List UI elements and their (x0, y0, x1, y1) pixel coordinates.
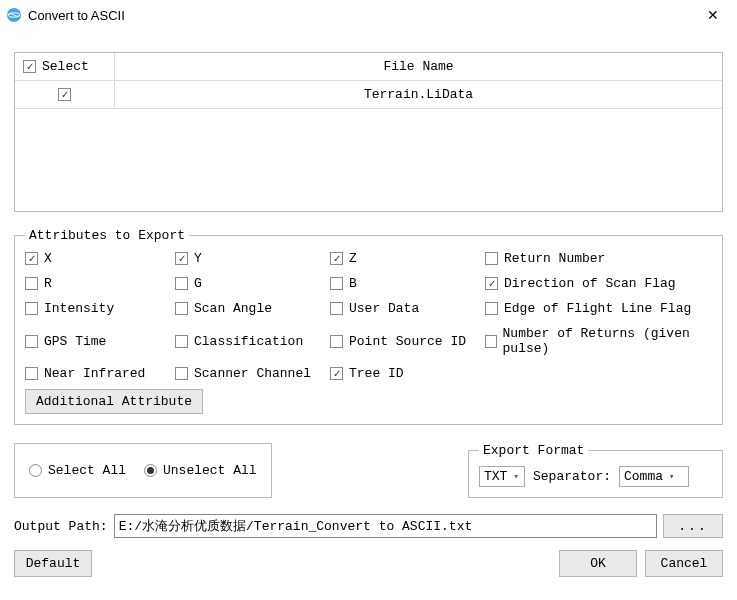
convert-to-ascii-dialog: Convert to ASCII ✕ Select File Name Terr… (0, 0, 737, 600)
attribute-label: Point Source ID (349, 334, 466, 349)
format-combo[interactable]: TXT ▾ (479, 466, 525, 487)
export-format-fieldset: Export Format TXT ▾ Separator: Comma ▾ (468, 443, 723, 498)
attributes-fieldset: Attributes to Export XYZReturn NumberRGB… (14, 228, 723, 425)
attribute-scan-angle[interactable]: Scan Angle (175, 301, 330, 316)
chevron-down-icon: ▾ (669, 471, 674, 482)
checkbox-icon[interactable] (330, 277, 343, 290)
separator-label: Separator: (533, 469, 611, 484)
attribute-label: GPS Time (44, 334, 106, 349)
attribute-point-source-id[interactable]: Point Source ID (330, 326, 485, 356)
attribute-label: Return Number (504, 251, 605, 266)
attribute-b[interactable]: B (330, 276, 485, 291)
attribute-label: Direction of Scan Flag (504, 276, 676, 291)
select-all-label: Select All (48, 463, 126, 478)
header-filename-cell: File Name (115, 59, 722, 74)
attribute-label: G (194, 276, 202, 291)
separator-value: Comma (624, 469, 663, 484)
checkbox-icon[interactable] (330, 302, 343, 315)
attribute-tree-id[interactable]: Tree ID (330, 366, 485, 381)
checkbox-icon[interactable] (485, 335, 497, 348)
checkbox-icon[interactable] (175, 277, 188, 290)
attribute-label: User Data (349, 301, 419, 316)
attribute-g[interactable]: G (175, 276, 330, 291)
file-row-checkbox[interactable] (58, 88, 71, 101)
checkbox-icon[interactable] (330, 252, 343, 265)
content-area: Select File Name Terrain.LiData Attribut… (0, 28, 737, 600)
unselect-all-radio[interactable]: Unselect All (144, 463, 257, 478)
attribute-scanner-channel[interactable]: Scanner Channel (175, 366, 330, 381)
output-path-label: Output Path: (14, 519, 108, 534)
attribute-gps-time[interactable]: GPS Time (25, 326, 175, 356)
chevron-down-icon: ▾ (513, 471, 518, 482)
additional-attribute-button[interactable]: Additional Attribute (25, 389, 203, 414)
radio-icon (29, 464, 42, 477)
attribute-return-number[interactable]: Return Number (485, 251, 712, 266)
attribute-label: B (349, 276, 357, 291)
checkbox-icon[interactable] (25, 335, 38, 348)
checkbox-icon[interactable] (25, 302, 38, 315)
attribute-label: Scanner Channel (194, 366, 311, 381)
attribute-x[interactable]: X (25, 251, 175, 266)
attribute-edge-of-flight-line-flag[interactable]: Edge of Flight Line Flag (485, 301, 712, 316)
radio-icon (144, 464, 157, 477)
attribute-number-of-returns-given-pulse-[interactable]: Number of Returns (given pulse) (485, 326, 712, 356)
attribute-near-infrared[interactable]: Near Infrared (25, 366, 175, 381)
checkbox-icon[interactable] (175, 302, 188, 315)
select-all-radio[interactable]: Select All (29, 463, 126, 478)
checkbox-icon[interactable] (175, 335, 188, 348)
output-path-input[interactable] (114, 514, 657, 538)
header-select-cell: Select (15, 53, 115, 80)
attribute-classification[interactable]: Classification (175, 326, 330, 356)
attribute-z[interactable]: Z (330, 251, 485, 266)
row-filename: Terrain.LiData (115, 87, 722, 102)
checkbox-icon[interactable] (330, 367, 343, 380)
attribute-label: X (44, 251, 52, 266)
attribute-intensity[interactable]: Intensity (25, 301, 175, 316)
cancel-button[interactable]: Cancel (645, 550, 723, 577)
app-icon (6, 7, 22, 23)
export-format-legend: Export Format (479, 443, 588, 458)
checkbox-icon[interactable] (485, 302, 498, 315)
close-icon[interactable]: ✕ (699, 7, 727, 23)
attribute-label: Scan Angle (194, 301, 272, 316)
attribute-label: Z (349, 251, 357, 266)
checkbox-icon[interactable] (485, 277, 498, 290)
checkbox-icon[interactable] (25, 367, 38, 380)
checkbox-icon[interactable] (175, 367, 188, 380)
checkbox-icon[interactable] (25, 252, 38, 265)
checkbox-icon[interactable] (25, 277, 38, 290)
separator-combo[interactable]: Comma ▾ (619, 466, 689, 487)
header-select-label: Select (42, 59, 89, 74)
attribute-label: Classification (194, 334, 303, 349)
output-path-row: Output Path: ... (14, 514, 723, 538)
attribute-y[interactable]: Y (175, 251, 330, 266)
file-table: Select File Name Terrain.LiData (14, 52, 723, 212)
browse-button[interactable]: ... (663, 514, 723, 538)
attribute-r[interactable]: R (25, 276, 175, 291)
attribute-label: Edge of Flight Line Flag (504, 301, 691, 316)
attribute-label: Number of Returns (given pulse) (503, 326, 712, 356)
attribute-label: R (44, 276, 52, 291)
attribute-user-data[interactable]: User Data (330, 301, 485, 316)
attribute-label: Near Infrared (44, 366, 145, 381)
select-all-files-checkbox[interactable] (23, 60, 36, 73)
format-value: TXT (484, 469, 507, 484)
attribute-label: Tree ID (349, 366, 404, 381)
table-row[interactable]: Terrain.LiData (15, 81, 722, 109)
attribute-label: Intensity (44, 301, 114, 316)
window-title: Convert to ASCII (28, 8, 699, 23)
spacer (100, 550, 551, 577)
export-format-row: TXT ▾ Separator: Comma ▾ (479, 466, 712, 487)
default-button[interactable]: Default (14, 550, 92, 577)
attributes-legend: Attributes to Export (25, 228, 189, 243)
unselect-all-label: Unselect All (163, 463, 257, 478)
selection-box: Select All Unselect All (14, 443, 272, 498)
ok-button[interactable]: OK (559, 550, 637, 577)
spacer (286, 443, 454, 498)
checkbox-icon[interactable] (330, 335, 343, 348)
attributes-grid: XYZReturn NumberRGBDirection of Scan Fla… (25, 251, 712, 381)
checkbox-icon[interactable] (175, 252, 188, 265)
mid-row: Select All Unselect All Export Format TX… (14, 443, 723, 498)
attribute-direction-of-scan-flag[interactable]: Direction of Scan Flag (485, 276, 712, 291)
checkbox-icon[interactable] (485, 252, 498, 265)
